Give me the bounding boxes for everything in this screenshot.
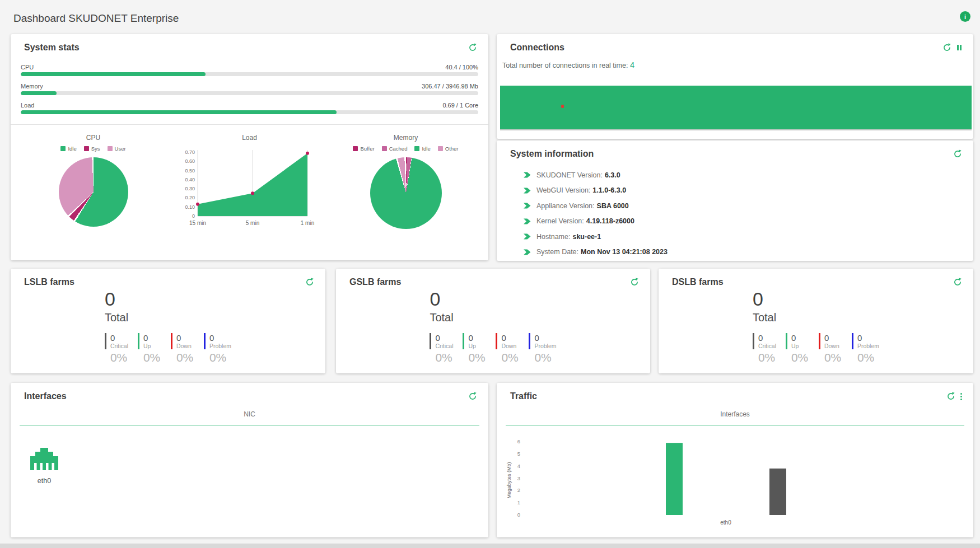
status-count: 0 <box>110 333 129 343</box>
farm-status-item: 0 Up 0% <box>463 333 487 364</box>
system-info-list: SKUDONET Version: 6.3.0 WebGUI Version: … <box>497 159 973 256</box>
resource-label: CPU <box>21 64 34 71</box>
status-color-bar: 0 Down <box>496 333 520 349</box>
y-tick-label: 0.20 <box>185 195 195 200</box>
page-title: Dashboard SKUDONET Enterprise <box>13 12 179 25</box>
legend-swatch <box>414 146 419 151</box>
status-color-bar: 0 Critical <box>430 333 454 349</box>
legend-item[interactable]: User <box>108 146 126 152</box>
system-info-label: Appliance Version: <box>536 202 595 210</box>
system-information-title: System information <box>510 149 594 159</box>
y-tick-label: 0.70 <box>185 149 195 155</box>
x-tick-label: 5 min <box>246 220 259 226</box>
legend-label: Idle <box>68 146 76 152</box>
progress-track <box>21 110 478 114</box>
interface-name: eth0 <box>26 477 62 485</box>
y-tick-label: 0 <box>192 213 195 219</box>
legend-label: Other <box>445 146 459 152</box>
resource-value: 40.4 / 100% <box>445 64 478 71</box>
connections-count: 4 <box>630 60 634 69</box>
legend-item[interactable]: Cached <box>382 146 408 152</box>
resource-value: 306.47 / 3946.98 Mb <box>422 83 478 90</box>
farm-status-item: 0 Critical 0% <box>430 333 454 364</box>
traffic-title: Traffic <box>510 391 537 401</box>
status-percent: 0% <box>430 351 454 364</box>
status-count: 0 <box>791 333 810 343</box>
info-icon[interactable]: i <box>960 11 970 22</box>
y-tick-label: 0.60 <box>185 158 195 164</box>
y-tick-label: 5 <box>517 451 520 457</box>
scrollbar-horizontal[interactable] <box>0 544 980 548</box>
legend-item[interactable]: Buffer <box>353 146 374 152</box>
resource-bar-row: CPU 40.4 / 100% <box>21 64 478 76</box>
status-label: Down <box>824 343 843 349</box>
system-info-item: SKUDONET Version: 6.3.0 <box>524 171 962 179</box>
y-axis-title: Megabytes (Mb) <box>506 462 512 498</box>
status-color-bar: 0 Critical <box>753 333 777 349</box>
pause-icon[interactable] <box>956 45 962 50</box>
y-tick-label: 0.30 <box>185 186 195 191</box>
farm-status-item: 0 Problem 0% <box>529 333 556 364</box>
gslb-farms-card: GSLB farms 0 Total 0 Critical 0% 0 <box>336 269 650 373</box>
farm-status-row: 0 Critical 0% 0 Up 0% 0 Do <box>430 333 556 364</box>
chevron-right-icon <box>524 249 531 256</box>
status-percent: 0% <box>852 351 879 364</box>
interface-item[interactable]: eth0 <box>26 446 62 485</box>
cpu-chart-title: CPU <box>15 134 171 142</box>
farm-status-item: 0 Critical 0% <box>105 333 129 364</box>
status-color-bar: 0 Problem <box>852 333 879 349</box>
kebab-menu-icon[interactable] <box>960 393 962 400</box>
x-tick-label: 15 min <box>189 220 206 226</box>
divider-green <box>20 425 479 425</box>
legend-label: Idle <box>422 146 430 152</box>
status-label: Problem <box>209 343 231 349</box>
y-tick-label: 0.50 <box>185 168 195 174</box>
farm-status-item: 0 Down 0% <box>819 333 843 364</box>
refresh-icon[interactable] <box>942 43 951 52</box>
legend-swatch <box>438 146 443 151</box>
legend-label: Buffer <box>360 146 374 152</box>
x-category-label: eth0 <box>720 519 731 526</box>
system-stats-card: System stats CPU 40.4 / 100% Memory 306.… <box>11 34 488 260</box>
status-percent: 0% <box>819 351 843 364</box>
traffic-subtitle: Interfaces <box>497 410 973 418</box>
farm-status-item: 0 Problem 0% <box>852 333 879 364</box>
legend-swatch <box>108 146 113 151</box>
farm-total-label: Total <box>753 311 879 324</box>
legend-item[interactable]: Idle <box>414 146 430 152</box>
refresh-icon[interactable] <box>953 278 962 287</box>
chevron-right-icon <box>524 218 531 225</box>
chevron-right-icon <box>524 187 531 194</box>
refresh-icon[interactable] <box>468 43 477 52</box>
system-info-label: Kernel Version: <box>536 217 584 225</box>
legend-label: Cached <box>389 146 408 152</box>
refresh-icon[interactable] <box>468 392 477 401</box>
farm-status-item: 0 Up 0% <box>138 333 162 364</box>
legend-item[interactable]: Other <box>438 146 459 152</box>
status-label: Problem <box>534 343 556 349</box>
legend-swatch <box>382 146 387 151</box>
refresh-icon[interactable] <box>953 149 962 158</box>
status-count: 0 <box>824 333 843 343</box>
progress-fill <box>21 72 206 76</box>
legend-item[interactable]: Idle <box>60 146 76 152</box>
status-count: 0 <box>857 333 879 343</box>
status-label: Critical <box>110 343 129 349</box>
farm-total-label: Total <box>430 311 556 324</box>
progress-track <box>21 72 478 76</box>
farm-total-count: 0 <box>430 289 556 308</box>
refresh-icon[interactable] <box>630 278 639 287</box>
status-count: 0 <box>176 333 195 343</box>
divider-green <box>506 425 964 425</box>
farm-status-item: 0 Critical 0% <box>753 333 777 364</box>
y-tick-label: 0.10 <box>185 204 195 210</box>
legend-item[interactable]: Sys <box>84 146 100 152</box>
status-color-bar: 0 Critical <box>105 333 129 349</box>
status-label: Problem <box>857 343 879 349</box>
resource-label: Memory <box>21 83 43 90</box>
refresh-icon[interactable] <box>305 278 314 287</box>
dslb-farms-title: DSLB farms <box>672 277 724 287</box>
cpu-pie-chart <box>59 157 128 227</box>
resource-bar-row: Load 0.69 / 1 Core <box>21 102 478 114</box>
refresh-icon[interactable] <box>946 392 955 401</box>
